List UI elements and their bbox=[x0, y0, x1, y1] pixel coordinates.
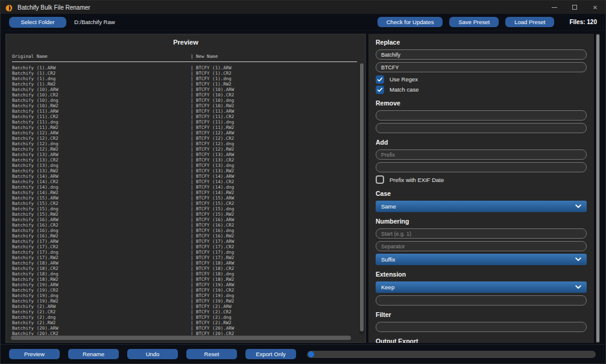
table-row: Batchify (11).dng| BTCFY (11).dng bbox=[12, 119, 357, 125]
maximize-button[interactable] bbox=[564, 1, 585, 14]
table-row: Batchify (20).ARW| BTCFY (20).ARW bbox=[12, 325, 357, 331]
table-row: Batchify (11).ARW| BTCFY (11).ARW bbox=[12, 108, 357, 114]
table-cell: | BTCFY (16).ARW bbox=[191, 217, 357, 222]
table-cell: Batchify (17).dng bbox=[12, 249, 191, 255]
options-vertical-scrollbar[interactable] bbox=[596, 34, 600, 343]
table-cell: | BTCFY (19).RW2 bbox=[191, 298, 357, 304]
exif-date-checkbox[interactable] bbox=[376, 175, 384, 184]
match-case-row[interactable]: Match case bbox=[376, 85, 587, 94]
use-regex-checkbox[interactable] bbox=[376, 75, 384, 84]
preview-vertical-scrollbar[interactable] bbox=[359, 63, 364, 334]
table-cell: Batchify (15).dng bbox=[12, 206, 191, 212]
app-logo-icon bbox=[5, 4, 13, 11]
table-cell: | BTCFY (10).RW2 bbox=[191, 103, 357, 108]
table-cell: | BTCFY (18).ARW bbox=[191, 260, 357, 266]
preview-rows: Batchify (1).ARW| BTCFY (1).ARWBatchify … bbox=[12, 65, 357, 335]
table-row: Batchify (11).CR2| BTCFY (11).CR2 bbox=[12, 114, 357, 119]
extension-section-label: Extension bbox=[376, 271, 587, 278]
table-cell: Batchify (1).ARW bbox=[12, 65, 191, 71]
undo-button[interactable]: Undo bbox=[127, 349, 178, 359]
table-cell: Batchify (16).RW2 bbox=[12, 233, 191, 239]
check-updates-button[interactable]: Check for Updates bbox=[377, 17, 443, 27]
table-cell: Batchify (16).dng bbox=[12, 228, 191, 233]
table-row: Batchify (2).CR2| BTCFY (2).CR2 bbox=[12, 309, 357, 315]
options-vertical-scrollbar-thumb[interactable] bbox=[596, 34, 599, 342]
footer-bar: Preview Rename Undo Reset Export Only bbox=[1, 344, 605, 363]
load-preset-button[interactable]: Load Preset bbox=[505, 17, 554, 27]
table-cell: Batchify (18).dng bbox=[12, 271, 191, 277]
table-cell: | BTCFY (16).RW2 bbox=[191, 233, 357, 239]
add-prefix-input[interactable] bbox=[376, 149, 587, 160]
filter-input[interactable] bbox=[376, 322, 587, 332]
table-cell: Batchify (2).dng bbox=[12, 315, 191, 320]
table-cell: | BTCFY (11).dng bbox=[191, 119, 357, 125]
remove-pattern-input[interactable] bbox=[376, 123, 587, 133]
preview-vertical-scrollbar-thumb[interactable] bbox=[360, 63, 364, 331]
table-cell: Batchify (17).CR2 bbox=[12, 244, 191, 249]
table-cell: Batchify (17).RW2 bbox=[12, 255, 191, 260]
close-button[interactable]: ✕ bbox=[585, 1, 605, 14]
table-cell: Batchify (13).CR2 bbox=[12, 157, 191, 163]
replace-section-label: Replace bbox=[376, 39, 587, 46]
reset-button[interactable]: Reset bbox=[186, 349, 237, 359]
table-row: Batchify (10).dng| BTCFY (10).dng bbox=[12, 98, 357, 103]
minimize-button[interactable] bbox=[544, 1, 564, 14]
extension-dropdown[interactable]: Keep bbox=[376, 281, 587, 293]
table-cell: Batchify (19).ARW bbox=[12, 282, 191, 287]
table-cell: Batchify (19).CR2 bbox=[12, 287, 191, 293]
match-case-checkbox[interactable] bbox=[376, 86, 384, 94]
table-row: Batchify (12).CR2| BTCFY (12).CR2 bbox=[12, 136, 357, 141]
table-cell: | BTCFY (12).dng bbox=[191, 141, 357, 146]
table-cell: Batchify (14).RW2 bbox=[12, 190, 191, 195]
table-cell: | BTCFY (13).CR2 bbox=[191, 157, 357, 163]
extension-custom-input[interactable] bbox=[376, 295, 587, 306]
table-cell: | BTCFY (14).RW2 bbox=[191, 190, 357, 195]
table-row: Batchify (10).CR2| BTCFY (10).CR2 bbox=[12, 92, 357, 98]
table-cell: | BTCFY (19).dng bbox=[191, 293, 357, 298]
table-row: Batchify (19).ARW| BTCFY (19).ARW bbox=[12, 282, 357, 287]
chevron-down-icon bbox=[575, 285, 581, 289]
table-cell: | BTCFY (2).dng bbox=[191, 315, 357, 320]
table-row: Batchify (11).RW2| BTCFY (11).RW2 bbox=[12, 125, 357, 130]
numbering-start-input[interactable] bbox=[376, 228, 587, 239]
numbering-position-dropdown[interactable]: Suffix bbox=[376, 254, 587, 265]
table-cell: | BTCFY (13).RW2 bbox=[191, 168, 357, 174]
table-row: Batchify (10).ARW| BTCFY (10).ARW bbox=[12, 87, 357, 92]
table-cell: | BTCFY (10).CR2 bbox=[191, 92, 357, 98]
add-suffix-input[interactable] bbox=[376, 162, 587, 172]
table-row: Batchify (15).ARW| BTCFY (15).ARW bbox=[12, 195, 357, 201]
table-cell: Batchify (13).ARW bbox=[12, 152, 191, 157]
table-row: Batchify (1).dng| BTCFY (1).dng bbox=[12, 76, 357, 81]
table-row: Batchify (13).RW2| BTCFY (13).RW2 bbox=[12, 168, 357, 174]
table-cell: Batchify (19).dng bbox=[12, 293, 191, 298]
column-header-new: | New Name bbox=[191, 54, 357, 60]
preview-panel: Preview Original Name | New Name Batchif… bbox=[5, 34, 366, 343]
table-row: Batchify (1).RW2| BTCFY (1).RW2 bbox=[12, 81, 357, 87]
exif-date-row[interactable]: Prefix with EXIF Date bbox=[376, 175, 587, 184]
replace-find-input[interactable] bbox=[376, 49, 587, 60]
table-cell: Batchify (16).CR2 bbox=[12, 222, 191, 228]
table-row: Batchify (17).RW2| BTCFY (17).RW2 bbox=[12, 255, 357, 260]
save-preset-button[interactable]: Save Preset bbox=[449, 17, 499, 27]
column-header-original: Original Name bbox=[12, 54, 191, 60]
maximize-icon bbox=[572, 5, 577, 10]
preview-button[interactable]: Preview bbox=[9, 349, 60, 359]
table-cell: Batchify (1).CR2 bbox=[12, 71, 191, 76]
export-only-button[interactable]: Export Only bbox=[245, 349, 296, 359]
use-regex-label: Use Regex bbox=[390, 76, 418, 83]
table-cell: | BTCFY (20).ARW bbox=[191, 325, 357, 331]
use-regex-row[interactable]: Use Regex bbox=[376, 75, 587, 84]
case-dropdown[interactable]: Same bbox=[376, 201, 587, 212]
rename-button[interactable]: Rename bbox=[68, 349, 119, 359]
table-row: Batchify (18).dng| BTCFY (18).dng bbox=[12, 271, 357, 277]
preview-horizontal-scrollbar[interactable] bbox=[11, 336, 351, 340]
table-cell: Batchify (13).dng bbox=[12, 163, 191, 168]
table-row: Batchify (12).ARW| BTCFY (12).ARW bbox=[12, 130, 357, 136]
table-cell: | BTCFY (10).ARW bbox=[191, 87, 357, 92]
replace-with-input[interactable] bbox=[376, 62, 587, 72]
numbering-separator-input[interactable] bbox=[376, 241, 587, 251]
preview-table: Original Name | New Name Batchify (1).AR… bbox=[12, 54, 357, 335]
table-cell: Batchify (1).RW2 bbox=[12, 81, 191, 87]
select-folder-button[interactable]: Select Folder bbox=[9, 17, 66, 28]
remove-text-input[interactable] bbox=[376, 110, 587, 121]
